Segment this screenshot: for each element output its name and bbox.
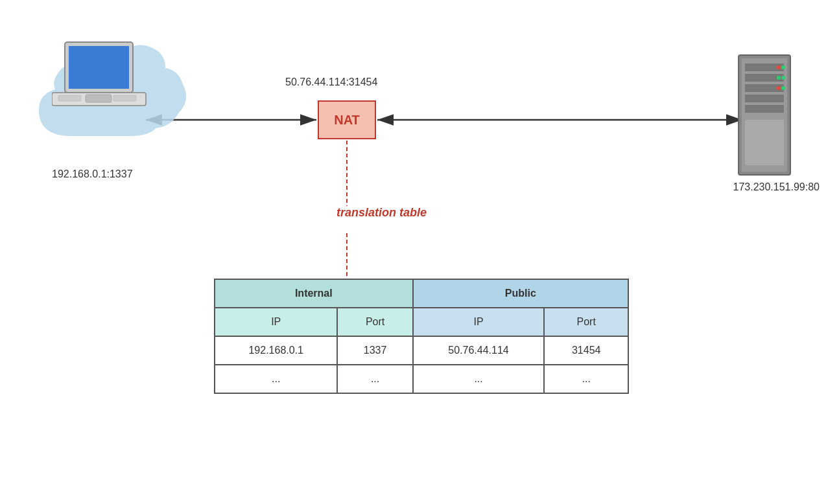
svg-rect-13 [113, 95, 136, 101]
nat-box: NAT [318, 100, 376, 139]
row2-public-ip: ... [413, 365, 545, 393]
nat-label: NAT [334, 113, 360, 128]
svg-rect-27 [745, 120, 784, 165]
row2-internal-ip: ... [215, 365, 337, 393]
svg-point-24 [781, 76, 785, 80]
public-port-col-header: Port [544, 308, 628, 336]
laptop-icon [52, 39, 156, 117]
svg-rect-12 [58, 95, 81, 101]
translation-table: Internal Public IP Port IP Port 192.168.… [214, 279, 629, 394]
svg-rect-19 [745, 95, 784, 102]
row1-public-port: 31454 [544, 336, 628, 365]
svg-rect-9 [69, 46, 129, 89]
internal-port-col-header: Port [337, 308, 412, 336]
svg-point-21 [777, 65, 781, 69]
row1-internal-port: 1337 [337, 336, 412, 365]
row2-internal-port: ... [337, 365, 412, 393]
row2-public-port: ... [544, 365, 628, 393]
internal-ip-label: 192.168.0.1:1337 [52, 168, 133, 180]
server-icon [729, 52, 800, 181]
internal-ip-col-header: IP [215, 308, 337, 336]
internal-header: Internal [215, 279, 413, 308]
public-header: Public [413, 279, 628, 308]
server-ip-label: 173.230.151.99:80 [733, 181, 820, 193]
row1-internal-ip: 192.168.0.1 [215, 336, 337, 365]
svg-rect-20 [745, 105, 784, 113]
row1-public-ip: 50.76.44.114 [413, 336, 545, 365]
diagram-container: 192.168.0.1:1337 50.76.44.114:31454 NAT [0, 0, 839, 504]
svg-point-23 [777, 76, 781, 80]
svg-point-26 [781, 86, 785, 90]
svg-point-22 [781, 65, 785, 69]
nat-public-ip-label: 50.76.44.114:31454 [285, 76, 377, 88]
svg-point-25 [777, 86, 781, 90]
svg-rect-11 [86, 95, 112, 102]
public-ip-col-header: IP [413, 308, 545, 336]
translation-table-label: translation table [337, 206, 427, 220]
